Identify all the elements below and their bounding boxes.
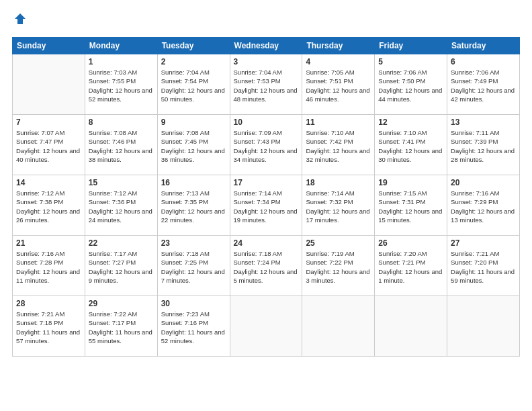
calendar-day-cell: 19Sunrise: 7:15 AMSunset: 7:31 PMDayligh… <box>375 175 447 236</box>
day-number: 7 <box>16 118 81 127</box>
day-detail: Sunrise: 7:12 AMSunset: 7:38 PMDaylight:… <box>16 189 81 224</box>
day-number: 4 <box>306 57 371 66</box>
day-detail: Sunrise: 7:10 AMSunset: 7:42 PMDaylight:… <box>306 128 371 164</box>
day-detail: Sunrise: 7:09 AMSunset: 7:43 PMDaylight:… <box>234 128 299 164</box>
col-header-saturday: Saturday <box>447 38 520 54</box>
calendar-day-cell <box>375 296 447 357</box>
calendar-day-cell: 9Sunrise: 7:08 AMSunset: 7:45 PMDaylight… <box>157 115 230 175</box>
calendar-day-cell: 17Sunrise: 7:14 AMSunset: 7:34 PMDayligh… <box>230 175 302 236</box>
calendar-day-cell: 12Sunrise: 7:10 AMSunset: 7:41 PMDayligh… <box>375 115 447 175</box>
day-detail: Sunrise: 7:04 AMSunset: 7:54 PMDaylight:… <box>161 68 226 103</box>
day-detail: Sunrise: 7:13 AMSunset: 7:35 PMDaylight:… <box>161 189 226 224</box>
day-number: 19 <box>378 178 443 187</box>
page: SundayMondayTuesdayWednesdayThursdayFrid… <box>0 0 532 411</box>
calendar-day-cell: 21Sunrise: 7:16 AMSunset: 7:28 PMDayligh… <box>13 236 85 296</box>
day-detail: Sunrise: 7:08 AMSunset: 7:46 PMDaylight:… <box>89 128 154 164</box>
day-detail: Sunrise: 7:19 AMSunset: 7:22 PMDaylight:… <box>306 249 371 285</box>
day-detail: Sunrise: 7:15 AMSunset: 7:31 PMDaylight:… <box>378 189 443 224</box>
calendar-week-row: 1Sunrise: 7:03 AMSunset: 7:55 PMDaylight… <box>13 54 520 115</box>
svg-marker-0 <box>15 13 26 24</box>
day-detail: Sunrise: 7:14 AMSunset: 7:34 PMDaylight:… <box>234 189 299 224</box>
calendar-day-cell: 24Sunrise: 7:18 AMSunset: 7:24 PMDayligh… <box>230 236 302 296</box>
col-header-monday: Monday <box>85 38 157 54</box>
col-header-wednesday: Wednesday <box>230 38 302 54</box>
day-number: 23 <box>161 238 226 248</box>
day-number: 20 <box>451 178 516 187</box>
calendar-day-cell: 3Sunrise: 7:04 AMSunset: 7:53 PMDaylight… <box>230 54 302 115</box>
calendar-day-cell: 28Sunrise: 7:21 AMSunset: 7:18 PMDayligh… <box>13 296 85 357</box>
day-detail: Sunrise: 7:06 AMSunset: 7:50 PMDaylight:… <box>378 68 443 103</box>
calendar-day-cell: 23Sunrise: 7:18 AMSunset: 7:25 PMDayligh… <box>157 236 230 296</box>
calendar-week-row: 28Sunrise: 7:21 AMSunset: 7:18 PMDayligh… <box>13 296 520 357</box>
calendar-day-cell: 13Sunrise: 7:11 AMSunset: 7:39 PMDayligh… <box>447 115 520 175</box>
calendar-day-cell: 6Sunrise: 7:06 AMSunset: 7:49 PMDaylight… <box>447 54 520 115</box>
calendar-day-cell: 14Sunrise: 7:12 AMSunset: 7:38 PMDayligh… <box>13 175 85 236</box>
day-detail: Sunrise: 7:21 AMSunset: 7:20 PMDaylight:… <box>451 249 516 285</box>
calendar-day-cell: 18Sunrise: 7:14 AMSunset: 7:32 PMDayligh… <box>302 175 375 236</box>
calendar-day-cell: 8Sunrise: 7:08 AMSunset: 7:46 PMDaylight… <box>85 115 157 175</box>
day-detail: Sunrise: 7:16 AMSunset: 7:29 PMDaylight:… <box>451 189 516 224</box>
day-number: 26 <box>378 238 443 248</box>
day-detail: Sunrise: 7:20 AMSunset: 7:21 PMDaylight:… <box>378 249 443 285</box>
calendar-day-cell: 4Sunrise: 7:05 AMSunset: 7:51 PMDaylight… <box>302 54 375 115</box>
day-number: 10 <box>234 118 299 127</box>
day-detail: Sunrise: 7:12 AMSunset: 7:36 PMDaylight:… <box>89 189 154 224</box>
day-number: 24 <box>234 238 299 248</box>
calendar-day-cell <box>13 54 85 115</box>
col-header-thursday: Thursday <box>302 38 375 54</box>
calendar-day-cell: 26Sunrise: 7:20 AMSunset: 7:21 PMDayligh… <box>375 236 447 296</box>
day-number: 27 <box>451 238 516 248</box>
calendar-day-cell: 7Sunrise: 7:07 AMSunset: 7:47 PMDaylight… <box>13 115 85 175</box>
day-detail: Sunrise: 7:21 AMSunset: 7:18 PMDaylight:… <box>16 310 81 345</box>
day-detail: Sunrise: 7:22 AMSunset: 7:17 PMDaylight:… <box>89 310 154 345</box>
day-detail: Sunrise: 7:06 AMSunset: 7:49 PMDaylight:… <box>451 68 516 103</box>
calendar-week-row: 21Sunrise: 7:16 AMSunset: 7:28 PMDayligh… <box>13 236 520 296</box>
day-detail: Sunrise: 7:18 AMSunset: 7:24 PMDaylight:… <box>234 249 299 285</box>
day-detail: Sunrise: 7:16 AMSunset: 7:28 PMDaylight:… <box>16 249 81 285</box>
day-number: 25 <box>306 238 371 248</box>
day-number: 1 <box>89 57 154 66</box>
calendar-day-cell: 22Sunrise: 7:17 AMSunset: 7:27 PMDayligh… <box>85 236 157 296</box>
day-number: 30 <box>161 299 226 308</box>
day-number: 28 <box>16 299 81 308</box>
day-number: 22 <box>89 238 154 248</box>
calendar-day-cell: 10Sunrise: 7:09 AMSunset: 7:43 PMDayligh… <box>230 115 302 175</box>
day-number: 12 <box>378 118 443 127</box>
calendar-day-cell <box>302 296 375 357</box>
calendar-table: SundayMondayTuesdayWednesdayThursdayFrid… <box>12 37 520 357</box>
calendar-day-cell: 16Sunrise: 7:13 AMSunset: 7:35 PMDayligh… <box>157 175 230 236</box>
col-header-tuesday: Tuesday <box>157 38 230 54</box>
day-number: 5 <box>378 57 443 66</box>
calendar-day-cell: 20Sunrise: 7:16 AMSunset: 7:29 PMDayligh… <box>447 175 520 236</box>
day-number: 13 <box>451 118 516 127</box>
col-header-friday: Friday <box>375 38 447 54</box>
day-detail: Sunrise: 7:08 AMSunset: 7:45 PMDaylight:… <box>161 128 226 164</box>
calendar-day-cell: 1Sunrise: 7:03 AMSunset: 7:55 PMDaylight… <box>85 54 157 115</box>
calendar-day-cell: 2Sunrise: 7:04 AMSunset: 7:54 PMDaylight… <box>157 54 230 115</box>
day-number: 9 <box>161 118 226 127</box>
col-header-sunday: Sunday <box>13 38 85 54</box>
calendar-header-row: SundayMondayTuesdayWednesdayThursdayFrid… <box>13 38 520 54</box>
calendar-week-row: 7Sunrise: 7:07 AMSunset: 7:47 PMDaylight… <box>13 115 520 175</box>
day-number: 21 <box>16 238 81 248</box>
calendar-day-cell: 5Sunrise: 7:06 AMSunset: 7:50 PMDaylight… <box>375 54 447 115</box>
calendar-week-row: 14Sunrise: 7:12 AMSunset: 7:38 PMDayligh… <box>13 175 520 236</box>
day-detail: Sunrise: 7:11 AMSunset: 7:39 PMDaylight:… <box>451 128 516 164</box>
day-number: 29 <box>89 299 154 308</box>
day-number: 16 <box>161 178 226 187</box>
day-number: 18 <box>306 178 371 187</box>
day-number: 8 <box>89 118 154 127</box>
calendar-day-cell: 25Sunrise: 7:19 AMSunset: 7:22 PMDayligh… <box>302 236 375 296</box>
logo-icon <box>13 12 27 26</box>
day-number: 11 <box>306 118 371 127</box>
calendar-day-cell <box>230 296 302 357</box>
day-detail: Sunrise: 7:03 AMSunset: 7:55 PMDaylight:… <box>89 68 154 103</box>
day-number: 3 <box>234 57 299 66</box>
calendar-day-cell: 29Sunrise: 7:22 AMSunset: 7:17 PMDayligh… <box>85 296 157 357</box>
day-detail: Sunrise: 7:10 AMSunset: 7:41 PMDaylight:… <box>378 128 443 164</box>
header <box>12 12 520 29</box>
calendar-day-cell: 15Sunrise: 7:12 AMSunset: 7:36 PMDayligh… <box>85 175 157 236</box>
calendar-day-cell <box>447 296 520 357</box>
day-detail: Sunrise: 7:05 AMSunset: 7:51 PMDaylight:… <box>306 68 371 103</box>
day-detail: Sunrise: 7:04 AMSunset: 7:53 PMDaylight:… <box>234 68 299 103</box>
